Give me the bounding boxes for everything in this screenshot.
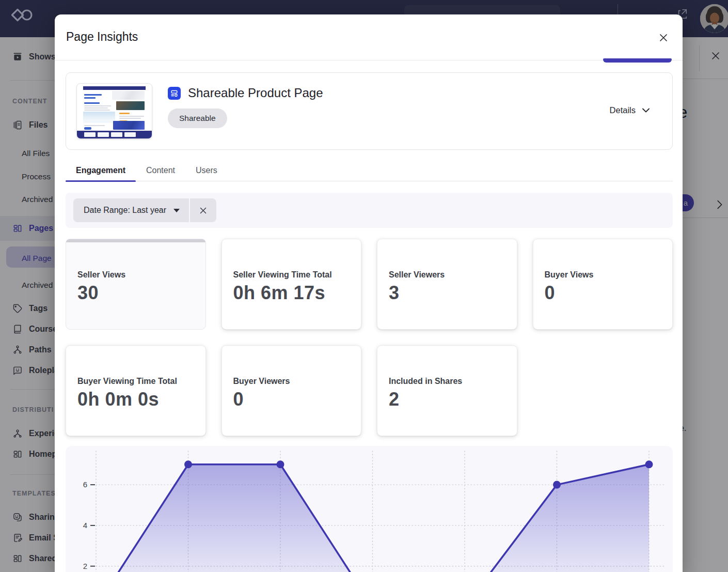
modal-header: Page Insights	[55, 14, 683, 60]
page-summary-main: Shareable Product Page Shareable	[168, 83, 323, 128]
stat-card-seller-viewers[interactable]: Seller Viewers 3	[377, 239, 517, 330]
stat-card-included-in-shares[interactable]: Included in Shares 2	[377, 345, 517, 436]
stat-card-buyer-viewing-time[interactable]: Buyer Viewing Time Total 0h 0m 0s	[66, 345, 206, 436]
scrolled-primary-button-fragment[interactable]	[603, 58, 672, 63]
svg-text:2: 2	[83, 562, 87, 570]
tab-users[interactable]: Users	[185, 160, 228, 181]
stat-card-seller-views[interactable]: Seller Views 30	[66, 239, 206, 330]
details-button[interactable]: Details	[610, 105, 650, 115]
insight-tabs: Engagement Content Users	[66, 160, 673, 181]
stats-grid: Seller Views 30 Seller Viewing Time Tota…	[66, 239, 673, 436]
stat-card-buyer-viewers[interactable]: Buyer Viewers 0	[221, 345, 362, 436]
page-title: Shareable Product Page	[188, 86, 323, 100]
svg-text:6: 6	[83, 480, 87, 489]
modal-body: Shareable Product Page Shareable Details…	[55, 72, 683, 572]
page-type-icon	[168, 87, 181, 100]
stat-card-buyer-views[interactable]: Buyer Views 0	[533, 239, 673, 330]
svg-text:4: 4	[83, 521, 87, 530]
date-range-filter[interactable]: Date Range: Last year	[73, 198, 189, 222]
engagement-chart: 642	[66, 446, 673, 572]
stat-card-seller-viewing-time[interactable]: Seller Viewing Time Total 0h 6m 17s	[221, 239, 362, 330]
chevron-down-icon	[642, 108, 650, 113]
page-insights-modal: Page Insights	[55, 14, 683, 572]
page-thumbnail	[76, 83, 152, 139]
close-icon	[199, 207, 207, 214]
close-icon[interactable]	[657, 32, 670, 45]
tab-content[interactable]: Content	[136, 160, 185, 181]
caret-down-icon	[173, 209, 180, 212]
modal-title: Page Insights	[66, 30, 138, 44]
page-summary-card: Shareable Product Page Shareable Details	[66, 72, 673, 150]
filter-clear-button[interactable]	[190, 198, 216, 222]
tab-engagement[interactable]: Engagement	[66, 160, 136, 181]
filter-bar: Date Range: Last year	[66, 193, 673, 228]
page-badge: Shareable	[168, 109, 227, 128]
engagement-chart-svg: 642	[66, 446, 673, 572]
